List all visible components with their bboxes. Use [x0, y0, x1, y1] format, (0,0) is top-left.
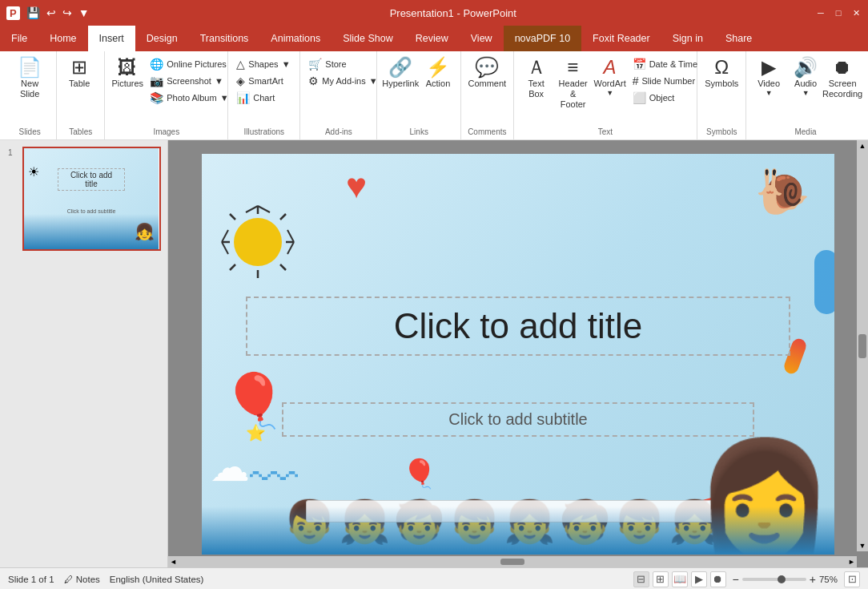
- slide-thumbnail-container: 1 Click to add title Click to add subtit…: [22, 147, 161, 251]
- comment-button[interactable]: 💬 Comment: [466, 54, 508, 92]
- tab-view[interactable]: View: [460, 26, 504, 51]
- wordart-button[interactable]: A WordArt ▼: [593, 54, 628, 100]
- slide-canvas[interactable]: ♥ 🎈 🐌 ⭐ Click to add title Click to add …: [202, 154, 834, 555]
- video-button[interactable]: ▶ Video ▼: [751, 54, 786, 100]
- store-button[interactable]: 🛒 Store: [305, 56, 380, 72]
- tab-home[interactable]: Home: [38, 26, 87, 51]
- scroll-right-arrow[interactable]: ►: [846, 556, 857, 567]
- hyperlink-button[interactable]: 🔗 Hyperlink: [382, 54, 419, 92]
- tab-signin[interactable]: Sign in: [661, 26, 714, 51]
- quick-access-toolbar: 💾 ↩ ↪ ▼: [25, 5, 91, 21]
- photo-album-button[interactable]: 📚 Photo Album ▼: [147, 90, 231, 106]
- slide-sorter-button[interactable]: ⊞: [653, 571, 669, 587]
- video-arrow: ▼: [766, 89, 773, 97]
- textbox-label: TextBox: [528, 79, 545, 99]
- status-left: Slide 1 of 1 🖊 Notes English (United Sta…: [8, 575, 203, 584]
- tab-file[interactable]: File: [0, 26, 38, 51]
- record-view-button[interactable]: ⏺: [710, 571, 726, 587]
- audio-label: Audio: [794, 79, 817, 89]
- vertical-scrollbar[interactable]: ▲ ▼: [857, 140, 868, 551]
- images-col: 🌐 Online Pictures 📷 Screenshot ▼ 📚 Photo…: [147, 54, 231, 106]
- scroll-up-arrow[interactable]: ▲: [858, 140, 868, 151]
- pictures-label: Pictures: [111, 79, 143, 89]
- tables-group-label: Tables: [57, 127, 104, 136]
- slide-number-button[interactable]: # Slide Number: [629, 73, 701, 89]
- tab-design[interactable]: Design: [135, 26, 189, 51]
- scroll-thumb-v[interactable]: [858, 334, 866, 358]
- object-button[interactable]: ⬜ Object: [629, 90, 701, 106]
- pictures-button[interactable]: 🖼 Pictures: [110, 54, 145, 92]
- slide-thumbnail[interactable]: Click to add title Click to add subtitle…: [22, 147, 161, 251]
- tab-transitions[interactable]: Transitions: [189, 26, 260, 51]
- action-button[interactable]: ⚡ Action: [420, 54, 456, 92]
- normal-view-button[interactable]: ⊟: [633, 571, 649, 587]
- header-footer-button[interactable]: ≡ Header& Footer: [556, 54, 591, 114]
- wordart-arrow: ▼: [606, 89, 613, 97]
- scroll-left-arrow[interactable]: ◄: [168, 556, 179, 567]
- scroll-thumb-h[interactable]: [500, 559, 524, 565]
- online-pictures-icon: 🌐: [150, 58, 163, 71]
- undo-button[interactable]: ↩: [45, 5, 58, 21]
- textbox-button[interactable]: Ａ TextBox: [519, 54, 554, 103]
- close-button[interactable]: ✕: [850, 7, 862, 18]
- horizontal-scrollbar[interactable]: ◄ ►: [168, 556, 857, 567]
- save-button[interactable]: 💾: [25, 5, 42, 21]
- fit-slide-button[interactable]: ⊡: [844, 571, 860, 587]
- ribbon-tab-bar: File Home Insert Design Transitions Anim…: [0, 26, 868, 51]
- svg-line-5: [230, 214, 235, 220]
- scroll-down-arrow[interactable]: ▼: [858, 540, 868, 551]
- new-slide-button[interactable]: 📄 New Slide: [8, 54, 51, 103]
- zoom-control: − + 75%: [733, 573, 838, 586]
- symbols-group-content: Ω Symbols: [702, 54, 741, 136]
- store-label: Store: [325, 59, 346, 69]
- heart-decoration: ♥: [346, 166, 367, 206]
- customize-button[interactable]: ▼: [77, 5, 91, 21]
- tab-foxit[interactable]: Foxit Reader: [581, 26, 661, 51]
- shapes-button[interactable]: △ Shapes ▼: [233, 56, 293, 72]
- tab-slideshow[interactable]: Slide Show: [332, 26, 404, 51]
- chart-button[interactable]: 📊 Chart: [233, 90, 293, 106]
- svg-line-14: [287, 242, 294, 254]
- addins-group-label: Add-ins: [300, 127, 376, 136]
- slide-title-placeholder[interactable]: Click to add title: [246, 297, 790, 356]
- comments-group-label: Comments: [461, 127, 513, 136]
- green-balloon: 🎈: [402, 458, 437, 490]
- slideshow-view-button[interactable]: ▶: [691, 571, 707, 587]
- zoom-slider[interactable]: [742, 578, 806, 581]
- reading-view-button[interactable]: 📖: [672, 571, 688, 587]
- illustrations-group-label: Illustrations: [228, 127, 299, 136]
- screen-recording-button[interactable]: ⏺ ScreenRecording: [825, 54, 860, 103]
- addins-group-content: 🛒 Store ⚙ My Add-ins ▼: [305, 54, 372, 136]
- minimize-button[interactable]: ─: [815, 7, 826, 18]
- comment-icon: 💬: [475, 58, 499, 77]
- zoom-minus[interactable]: −: [733, 573, 739, 586]
- zoom-plus[interactable]: +: [810, 573, 816, 586]
- illustrations-col: △ Shapes ▼ ◈ SmartArt 📊 Chart: [233, 54, 293, 106]
- powerpoint-logo: P: [6, 6, 20, 20]
- photo-album-label: Photo Album: [167, 93, 216, 103]
- tab-novapdf[interactable]: novaPDF 10: [504, 26, 581, 51]
- sun-decoration: [218, 202, 298, 284]
- audio-button[interactable]: 🔊 Audio ▼: [788, 54, 823, 100]
- tab-share[interactable]: Share: [714, 26, 763, 51]
- tab-animations[interactable]: Animations: [259, 26, 332, 51]
- redo-button[interactable]: ↪: [61, 5, 74, 21]
- swirl-decoration: 🐌: [755, 166, 810, 218]
- my-addins-button[interactable]: ⚙ My Add-ins ▼: [305, 73, 380, 89]
- online-pictures-button[interactable]: 🌐 Online Pictures: [147, 56, 231, 72]
- blob-decoration: [814, 250, 834, 314]
- symbols-button[interactable]: Ω Symbols: [702, 54, 741, 92]
- images-group-content: 🖼 Pictures 🌐 Online Pictures 📷 Screensho…: [110, 54, 223, 136]
- notes-button[interactable]: 🖊 Notes: [64, 575, 100, 584]
- smartart-button[interactable]: ◈ SmartArt: [233, 73, 293, 89]
- screenshot-button[interactable]: 📷 Screenshot ▼: [147, 73, 231, 89]
- group-comments: 💬 Comment Comments: [461, 51, 514, 139]
- table-button[interactable]: ⊞ Table: [62, 54, 97, 92]
- slides-group-content: 📄 New Slide: [8, 54, 51, 136]
- maximize-button[interactable]: □: [833, 7, 844, 18]
- thumb-title: Click to add title: [58, 168, 125, 191]
- tab-insert[interactable]: Insert: [88, 26, 135, 51]
- tab-review[interactable]: Review: [404, 26, 460, 51]
- tables-group-content: ⊞ Table: [62, 54, 99, 136]
- date-time-button[interactable]: 📅 Date & Time: [629, 56, 701, 72]
